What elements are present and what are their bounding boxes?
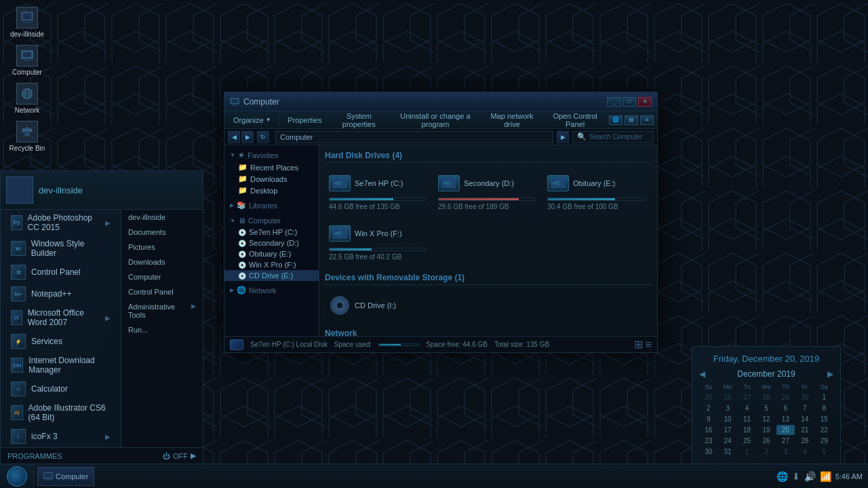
cal-day-31[interactable]: 31 [718, 447, 736, 457]
refresh-button[interactable]: ↻ [257, 131, 269, 143]
cal-day-1[interactable]: 1 [815, 392, 833, 402]
cal-day-30-prev[interactable]: 30 [795, 392, 814, 402]
nav-cd-drive[interactable]: 💿 CD Drive (E:) [224, 270, 319, 281]
map-network-button[interactable]: Map network drive [483, 111, 542, 130]
properties-button[interactable]: Properties [282, 115, 327, 126]
close-button[interactable]: ✕ [638, 97, 652, 107]
cal-day-7[interactable]: 7 [795, 403, 814, 413]
drive-e-item[interactable]: Obituary (E:) 30.4 GB free of 100 GB [543, 168, 648, 214]
forward-button[interactable]: ▶ [241, 131, 254, 143]
start-item-calc[interactable]: = Calculator [1, 378, 121, 400]
nav-e-drive[interactable]: 💿 Obituary (E:) [224, 248, 319, 259]
cal-day-30[interactable]: 30 [699, 447, 717, 457]
cal-day-26-prev[interactable]: 26 [718, 392, 736, 402]
cal-next-button[interactable]: ▶ [827, 369, 833, 379]
minimize-button[interactable]: _ [607, 97, 620, 107]
cal-day-17[interactable]: 17 [718, 425, 736, 435]
cal-day-25[interactable]: 25 [738, 436, 756, 446]
tray-icon-4[interactable]: 📶 [820, 471, 831, 482]
cal-day-2[interactable]: 2 [699, 403, 717, 413]
cal-day-6[interactable]: 6 [776, 403, 795, 413]
cal-day-25-prev[interactable]: 25 [699, 392, 717, 402]
cal-day-4[interactable]: 4 [738, 403, 756, 413]
back-button[interactable]: ◀ [228, 131, 240, 143]
cal-day-18[interactable]: 18 [738, 425, 756, 435]
cal-day-29[interactable]: 29 [815, 436, 833, 446]
address-bar-input[interactable]: Computer [275, 131, 553, 143]
cal-day-27[interactable]: 27 [776, 436, 795, 446]
start-item-photoshop[interactable]: Ps Adobe Photoshop CC 2015 ▶ [1, 210, 121, 236]
cal-prev-button[interactable]: ◀ [699, 369, 705, 379]
cal-day-19[interactable]: 19 [757, 425, 775, 435]
start-item-idm[interactable]: IDM Internet Download Manager [1, 352, 121, 378]
cal-day-27-prev[interactable]: 27 [738, 392, 756, 402]
view-icon-1[interactable]: 🌐 [609, 115, 623, 125]
nav-d-drive[interactable]: 💿 Secondary (D:) [224, 238, 319, 248]
cal-day-11[interactable]: 11 [738, 414, 756, 424]
cal-day-12[interactable]: 12 [757, 414, 775, 424]
desktop-icon-recycle[interactable]: Recycle Bin [7, 121, 47, 152]
desktop-icon-computer[interactable]: Computer [7, 45, 47, 76]
cal-day-9[interactable]: 9 [699, 414, 717, 424]
desktop-icon-network[interactable]: Network [7, 83, 47, 114]
cal-day-28-prev[interactable]: 28 [757, 392, 775, 402]
cal-day-15[interactable]: 15 [815, 414, 833, 424]
tray-icon-1[interactable]: 🌐 [776, 471, 788, 482]
taskbar-computer-item[interactable]: Computer [37, 467, 94, 486]
cal-day-3-next[interactable]: 3 [776, 447, 795, 457]
start-item-services[interactable]: ⚡ Services [1, 331, 121, 352]
start-button[interactable] [0, 464, 34, 489]
cal-day-14[interactable]: 14 [795, 414, 814, 424]
cal-day-8[interactable]: 8 [815, 403, 833, 413]
cal-day-23[interactable]: 23 [699, 436, 717, 446]
cal-day-26[interactable]: 26 [757, 436, 775, 446]
search-bar[interactable]: 🔍 Search Computer [572, 131, 654, 143]
start-item-icofx[interactable]: i icoFx 3 ▶ [1, 426, 121, 447]
nav-downloads[interactable]: 📁 Downloads [224, 173, 319, 185]
cal-day-5-next[interactable]: 5 [815, 447, 833, 457]
libraries-header[interactable]: ▶ 📚 Libraries [224, 199, 319, 212]
tray-icon-3[interactable]: 🔊 [804, 471, 816, 482]
drive-f-item[interactable]: Win X Pro (F:) 22.5 GB free of 40.2 GB [325, 219, 430, 265]
nav-recent-places[interactable]: 📁 Recent Places [224, 162, 319, 173]
drive-c-item[interactable]: Se7en HP (C:) 44.6 GB free of 135 GB [325, 168, 430, 214]
uninstall-button[interactable]: Uninstall or change a program [391, 111, 480, 130]
tray-icon-2[interactable]: ⬇ [792, 471, 800, 482]
right-dl[interactable]: Downloads [121, 255, 203, 269]
start-item-notepad[interactable]: N+ Notepad++ [1, 283, 121, 305]
maximize-button[interactable]: □ [623, 97, 636, 107]
drive-d-item[interactable]: Secondary (D:) 29.6 GB free of 189 GB [434, 168, 539, 214]
right-run[interactable]: Run... [121, 322, 203, 337]
right-cp[interactable]: Control Panel [121, 284, 203, 299]
cd-drive-item[interactable]: CD Drive (I:) [325, 290, 430, 320]
cal-day-20-today[interactable]: 20 [776, 425, 795, 435]
right-docs[interactable]: Documents [121, 225, 203, 240]
right-computer[interactable]: Computer [121, 269, 203, 284]
view-icon-2[interactable]: ▤ [625, 115, 638, 125]
right-admin[interactable]: Administrative Tools ▶ [121, 299, 203, 322]
right-pics[interactable]: Pictures [121, 240, 203, 255]
favorites-header[interactable]: ▼ ★ Favorites [224, 149, 319, 162]
nav-c-drive[interactable]: 💿 Se7en HP (C:) [224, 227, 319, 238]
start-item-ai[interactable]: Ai Adobe Illustrator CS6 (64 Bit) [1, 400, 121, 426]
desktop-icon-devill[interactable]: dev-illnside [7, 7, 47, 38]
nav-desktop[interactable]: 📁 Desktop [224, 185, 319, 196]
cal-day-24[interactable]: 24 [718, 436, 736, 446]
cal-day-1-next[interactable]: 1 [738, 447, 756, 457]
start-item-control-panel[interactable]: ⚙ Control Panel [1, 261, 121, 283]
start-item-word[interactable]: W Microsoft Office Word 2007 ▶ [1, 305, 121, 331]
cal-day-16[interactable]: 16 [699, 425, 717, 435]
address-go-button[interactable]: ▶ [557, 131, 569, 143]
network-header[interactable]: ▶ 🌐 Network [224, 284, 319, 297]
cal-day-29-prev[interactable]: 29 [776, 392, 795, 402]
cal-day-13[interactable]: 13 [776, 414, 795, 424]
cal-day-5[interactable]: 5 [757, 403, 775, 413]
off-button[interactable]: ⏻ OFF ▶ [163, 451, 196, 460]
nav-f-drive[interactable]: 💿 Win X Pro (F:) [224, 259, 319, 270]
cal-day-10[interactable]: 10 [718, 414, 736, 424]
system-props-button[interactable]: System properties [330, 111, 388, 130]
cal-day-3[interactable]: 3 [718, 403, 736, 413]
cal-day-22[interactable]: 22 [815, 425, 833, 435]
open-cp-button[interactable]: Open Control Panel [544, 111, 606, 130]
cal-day-28[interactable]: 28 [795, 436, 814, 446]
